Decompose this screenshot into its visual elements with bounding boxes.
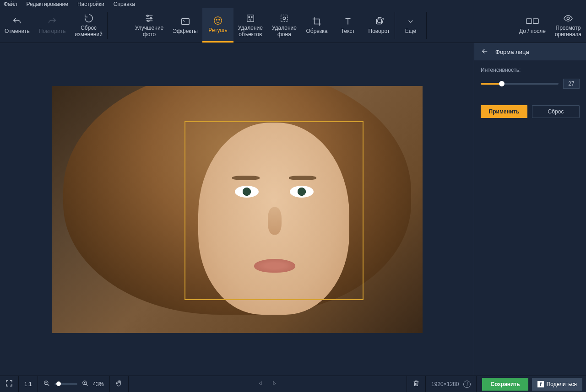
svg-line-22 [47,384,49,386]
before-after-button[interactable]: До / после [515,8,550,43]
back-icon[interactable] [481,47,489,57]
crop-label: Обрезка [306,28,327,34]
svg-point-13 [250,19,251,21]
more-button[interactable]: Ещё [395,8,426,43]
photo[interactable] [52,86,423,333]
reset-icon [84,13,94,23]
svg-line-25 [86,384,87,386]
crop-icon [312,16,322,27]
svg-rect-19 [533,19,538,24]
panel-title: Форма лица [495,48,529,55]
share-label: Поделиться [547,381,577,387]
canvas-area[interactable] [0,43,474,376]
hand-icon[interactable] [115,380,123,388]
menu-help[interactable]: Справка [114,1,135,7]
svg-point-11 [249,16,250,18]
rotate-label: Поворот [369,28,390,34]
panel-reset-button[interactable]: Сброс [532,105,580,118]
eye-icon [563,13,573,23]
redo-label: Повторить [39,28,66,34]
svg-rect-18 [526,19,532,24]
text-button[interactable]: Текст [332,8,364,43]
save-button[interactable]: Сохранить [482,378,528,391]
main-toolbar: Отменить Повторить Сброс изменений Улучш… [0,8,586,43]
rotate-icon [374,16,384,27]
svg-point-8 [216,20,217,21]
intensity-label: Интенсивность: [481,67,580,73]
menu-settings[interactable]: Настройки [77,1,104,7]
before-after-label: До / после [519,28,546,34]
scale-1-1-button[interactable]: 1:1 [24,381,32,387]
undo-label: Отменить [5,28,30,34]
zoom-in-icon[interactable] [82,380,88,388]
text-label: Текст [341,28,355,34]
bottom-bar: 1:1 43% 1920×1280 i Сохранить f Поделить… [0,376,586,392]
effects-button[interactable]: Эффекты [168,8,202,43]
compare-icon [526,16,539,27]
view-original-label: Просмотр оригинала [555,25,581,37]
chevron-down-icon [407,16,415,27]
prev-icon[interactable] [258,381,263,387]
zoom-percent: 43% [93,381,104,387]
menu-edit[interactable]: Редактирование [27,1,68,7]
svg-point-20 [567,17,570,20]
svg-point-15 [283,17,286,20]
trash-icon[interactable] [412,380,420,388]
side-panel: Форма лица Интенсивность: 27 Применить С… [474,43,586,376]
image-dimensions: 1920×1280 [431,381,459,387]
remove-bg-button[interactable]: Удаление фона [267,8,301,43]
view-original-button[interactable]: Просмотр оригинала [550,8,586,43]
effects-icon [180,16,190,27]
retouch-label: Ретушь [208,27,227,33]
svg-point-7 [214,17,222,25]
face-selection-box[interactable] [184,121,364,300]
slider-thumb[interactable] [499,81,505,86]
facebook-icon: f [537,381,544,387]
svg-rect-17 [377,17,383,23]
svg-rect-6 [181,18,189,24]
svg-rect-14 [281,15,288,22]
crop-button[interactable]: Обрезка [301,8,332,43]
menu-bar: Файл Редактирование Настройки Справка [0,0,586,8]
redo-button[interactable]: Повторить [34,8,71,43]
remove-bg-label: Удаление фона [272,25,297,37]
more-label: Ещё [405,28,417,34]
svg-point-9 [219,20,220,21]
remove-obj-label: Удаление объектов [238,25,263,37]
text-icon [343,16,353,27]
svg-rect-10 [247,15,254,22]
remove-bg-icon [279,13,289,23]
undo-icon [12,16,22,27]
remove-obj-icon [245,13,255,23]
intensity-value[interactable]: 27 [563,79,580,89]
zoom-out-icon[interactable] [43,380,50,388]
next-icon[interactable] [271,381,277,387]
remove-objects-button[interactable]: Удаление объектов [233,8,267,43]
apply-button[interactable]: Применить [481,105,527,118]
undo-button[interactable]: Отменить [0,8,34,43]
rotate-button[interactable]: Поворот [364,8,395,43]
menu-file[interactable]: Файл [4,1,17,7]
reset-label: Сброс изменений [75,25,102,37]
sliders-icon [144,13,154,23]
effects-label: Эффекты [173,28,198,34]
enhance-label: Улучшение фото [135,25,163,37]
retouch-button[interactable]: Ретушь [202,8,233,43]
reset-button[interactable]: Сброс изменений [70,8,107,43]
enhance-button[interactable]: Улучшение фото [130,8,168,43]
share-button[interactable]: f Поделиться [532,378,582,391]
redo-icon [47,16,57,27]
info-icon[interactable]: i [463,381,471,388]
intensity-slider[interactable] [481,83,559,85]
fullscreen-icon[interactable] [5,380,13,388]
panel-header: Форма лица [474,43,586,60]
svg-point-12 [251,16,252,18]
zoom-slider[interactable] [54,383,77,385]
face-icon [213,16,223,26]
